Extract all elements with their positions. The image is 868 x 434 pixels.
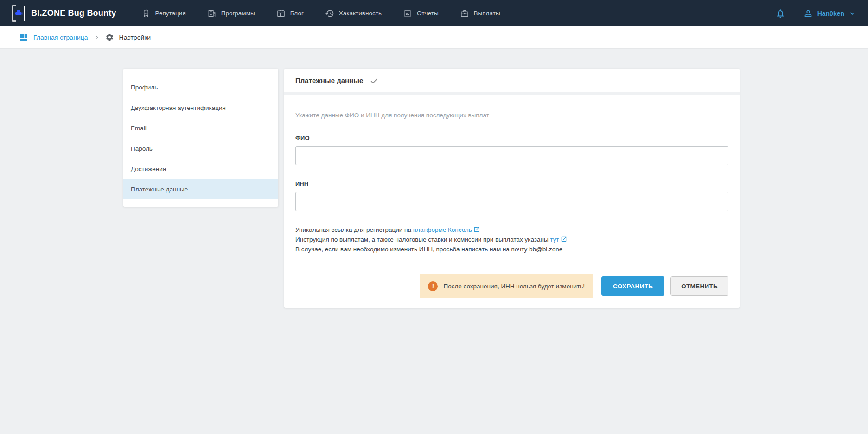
inn-input[interactable] — [295, 192, 728, 211]
nav-item-reputation[interactable]: Репутация — [141, 9, 186, 18]
nav-item-payments[interactable]: Выплаты — [460, 9, 500, 18]
nav-item-label: Блог — [290, 10, 304, 17]
info-line-inn-change: В случае, если вам необходимо изменить И… — [295, 244, 728, 254]
warning-text: После сохранения, ИНН нельзя будет измен… — [443, 283, 585, 290]
inn-label: ИНН — [295, 180, 728, 187]
person-icon — [803, 8, 813, 19]
warning-icon: ! — [428, 281, 438, 291]
nav-item-label: Репутация — [155, 10, 186, 17]
fio-input[interactable] — [295, 146, 728, 165]
check-icon — [370, 76, 379, 85]
breadcrumb-home-link[interactable]: Главная страница — [19, 33, 88, 42]
info-block: Уникальная ссылка для регистрации на пла… — [295, 225, 728, 254]
nav-item-hacktivity[interactable]: Хакактивность — [325, 9, 382, 18]
fio-label: ФИО — [295, 134, 728, 141]
sidebar-item-password[interactable]: Пароль — [123, 138, 278, 159]
form-hint: Укажите данные ФИО и ИНН для получения п… — [295, 112, 728, 119]
medal-icon — [141, 9, 151, 18]
card-body: Укажите данные ФИО и ИНН для получения п… — [284, 112, 740, 308]
sidebar-item-achievements[interactable]: Достижения — [123, 159, 278, 179]
breadcrumb-separator — [94, 34, 100, 40]
external-link-icon — [473, 226, 480, 233]
info-line-instruction: Инструкция по выплатам, а также налоговы… — [295, 235, 728, 244]
username: Han0ken — [817, 10, 844, 17]
nav-item-blog[interactable]: Блог — [276, 9, 304, 18]
console-platform-link[interactable]: платформе Консоль — [413, 226, 472, 233]
sidebar-item-email[interactable]: Email — [123, 118, 278, 138]
breadcrumb: Главная страница Настройки — [0, 26, 868, 49]
nav-menu: Репутация Программы Блог — [141, 9, 500, 18]
external-link-icon — [561, 236, 567, 243]
logo[interactable]: BI.ZONE Bug Bounty — [12, 5, 116, 22]
logo-text: BI.ZONE Bug Bounty — [31, 8, 116, 18]
briefcase-icon — [460, 9, 469, 18]
save-button[interactable]: СОХРАНИТЬ — [601, 276, 664, 296]
breadcrumb-current-label: Настройки — [119, 34, 151, 41]
sidebar-item-2fa[interactable]: Двухфакторная аутентификация — [123, 97, 278, 118]
building-icon — [207, 9, 217, 18]
notifications-button[interactable] — [775, 8, 785, 19]
navbar-right: Han0ken — [775, 8, 856, 19]
user-menu[interactable]: Han0ken — [803, 8, 856, 19]
instruction-link[interactable]: тут — [550, 236, 559, 243]
settings-content: Профиль Двухфакторная аутентификация Ema… — [123, 69, 868, 308]
sidebar-item-payment-data[interactable]: Платежные данные — [123, 179, 278, 199]
nav-item-programs[interactable]: Программы — [207, 9, 255, 18]
nav-item-label: Отчеты — [417, 10, 439, 17]
payment-data-card: Платежные данные Укажите данные ФИО и ИН… — [284, 69, 740, 308]
cancel-button[interactable]: ОТМЕНИТЬ — [670, 276, 728, 296]
nav-item-label: Программы — [221, 10, 255, 17]
nav-item-label: Выплаты — [474, 10, 500, 17]
report-icon — [403, 9, 412, 18]
footer-actions: ! После сохранения, ИНН нельзя будет изм… — [295, 271, 728, 308]
breadcrumb-home-label: Главная страница — [33, 34, 88, 41]
top-navbar: BI.ZONE Bug Bounty Репутация Программы — [0, 0, 868, 26]
nav-item-label: Хакактивность — [339, 10, 382, 17]
card-header: Платежные данные — [284, 69, 740, 95]
settings-sidebar: Профиль Двухфакторная аутентификация Ema… — [123, 69, 278, 207]
breadcrumb-current: Настройки — [105, 33, 151, 42]
sidebar-item-profile[interactable]: Профиль — [123, 77, 278, 97]
chevron-right-icon — [94, 34, 100, 40]
newspaper-icon — [276, 9, 286, 18]
bug-logo-icon — [12, 5, 25, 22]
history-icon — [325, 9, 334, 18]
chevron-down-icon — [849, 10, 856, 17]
warning-banner: ! После сохранения, ИНН нельзя будет изм… — [420, 274, 593, 298]
nav-item-reports[interactable]: Отчеты — [403, 9, 439, 18]
info-line-console: Уникальная ссылка для регистрации на пла… — [295, 225, 728, 235]
gear-icon — [105, 33, 114, 42]
dashboard-icon — [19, 33, 28, 42]
bell-icon — [775, 8, 785, 19]
page-title: Платежные данные — [295, 77, 363, 84]
